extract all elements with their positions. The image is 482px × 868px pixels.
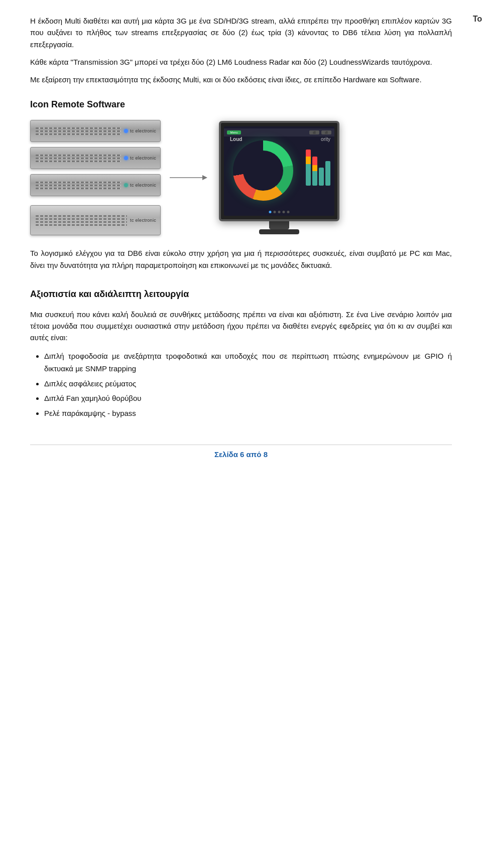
monitor-screen: Menu ⬛ ⬛ Loud ority xyxy=(224,126,334,216)
section-heading-reliability: Αξιοπιστία και αδιάλειπτη λειτουργία xyxy=(30,289,452,300)
paragraph-2: Κάθε κάρτα "Transmission 3G" μπορεί να τ… xyxy=(30,56,452,68)
rack-label-1: tc electronic xyxy=(130,128,156,133)
page-number: Σελίδα 6 από 8 xyxy=(214,450,268,459)
rack-unit-3: tc electronic xyxy=(30,174,161,196)
rack-unit-1: tc electronic xyxy=(30,120,161,142)
rack-indicator-1 xyxy=(124,129,128,133)
svg-marker-1 xyxy=(202,175,207,180)
loudness-gauge xyxy=(233,140,293,201)
connector-arrow xyxy=(170,170,210,185)
bullet-item-1: Διπλή τροφοδοσία με ανεξάρτητα τροφοδοτι… xyxy=(44,350,452,375)
paragraph-1: Η έκδοση Multi διαθέτει και αυτή μια κάρ… xyxy=(30,15,452,50)
reliability-paragraph: Μια συσκευή που κάνει καλή δουλειά σε συ… xyxy=(30,309,452,344)
rack-units-column: tc electronic tc electronic tc electroni… xyxy=(30,120,161,235)
devices-diagram: tc electronic tc electronic tc electroni… xyxy=(30,120,452,235)
monitor-stand xyxy=(269,221,289,229)
section-heading-icon-remote: Icon Remote Software xyxy=(30,99,452,110)
caption-text: Το λογισμικό ελέγχου για τα DB6 είναι εύ… xyxy=(30,247,452,271)
rack-label-4: tc electronic xyxy=(130,218,156,223)
page-footer: Σελίδα 6 από 8 xyxy=(30,445,452,459)
top-right-label: To xyxy=(473,15,482,24)
bullet-list: Διπλή τροφοδοσία με ανεξάρτητα τροφοδοτι… xyxy=(44,350,452,420)
rack-indicator-3 xyxy=(124,183,128,187)
bullet-item-2: Διπλές ασφάλειες ρεύματος xyxy=(44,377,452,390)
bullet-item-4: Ρελέ παράκαμψης - bypass xyxy=(44,407,452,420)
bullet-item-3: Διπλά Fan χαμηλού θορύβου xyxy=(44,392,452,405)
paragraph-3: Με εξαίρεση την επεκτασιμότητα της έκδοσ… xyxy=(30,74,452,85)
monitor-base xyxy=(259,229,299,234)
gauge-inner xyxy=(243,151,283,191)
rack-indicator-2 xyxy=(124,156,128,160)
monitor: Menu ⬛ ⬛ Loud ority xyxy=(219,121,339,221)
rack-label-2: tc electronic xyxy=(130,156,156,161)
monitor-wrap: Menu ⬛ ⬛ Loud ority xyxy=(219,121,339,234)
rack-label-3: tc electronic xyxy=(130,183,156,188)
rack-unit-2: tc electronic xyxy=(30,147,161,169)
rack-unit-4: tc electronic xyxy=(30,205,161,235)
